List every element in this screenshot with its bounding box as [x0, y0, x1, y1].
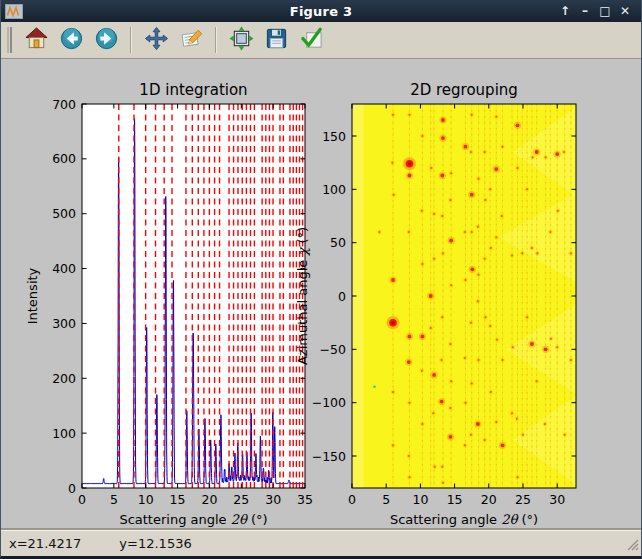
- floppy-icon: [264, 26, 289, 54]
- svg-text:35: 35: [297, 492, 313, 507]
- svg-text:15: 15: [170, 492, 186, 507]
- svg-text:30: 30: [549, 492, 565, 507]
- screen-arrows-icon: [229, 26, 254, 54]
- svg-text:5: 5: [110, 492, 118, 507]
- svg-text:0: 0: [348, 492, 356, 507]
- svg-text:50: 50: [330, 235, 346, 250]
- svg-text:200: 200: [52, 371, 76, 386]
- toolbar-separator: [215, 27, 217, 53]
- statusbar: x=21.4217 y=12.1536: [1, 530, 641, 556]
- shade-button[interactable]: ↑: [557, 3, 573, 19]
- svg-text:300: 300: [52, 316, 76, 331]
- svg-text:400: 400: [52, 261, 76, 276]
- toolbar-separator: [130, 27, 132, 53]
- svg-text:30: 30: [265, 492, 281, 507]
- titlebar[interactable]: Figure 3 ↑–□✕: [1, 0, 641, 22]
- svg-text:10: 10: [138, 492, 154, 507]
- back-icon: [59, 26, 84, 54]
- svg-text:25: 25: [515, 492, 531, 507]
- configure-subplots-button[interactable]: [226, 25, 256, 55]
- svg-text:0: 0: [338, 289, 346, 304]
- back-button[interactable]: [56, 25, 86, 55]
- figure-window: Figure 3 ↑–□✕ 05101520253035010020030040…: [0, 0, 642, 559]
- figure-plots[interactable]: 0510152025303501002003004005006007001D i…: [1, 59, 641, 529]
- window-title: Figure 3: [1, 4, 641, 19]
- svg-text:−50: −50: [320, 342, 346, 357]
- svg-text:Azimuthal angle χ (°): Azimuthal angle χ (°): [295, 227, 310, 365]
- svg-text:150: 150: [322, 129, 346, 144]
- svg-text:Scattering angle 2θ (°): Scattering angle 2θ (°): [119, 512, 267, 527]
- home-icon: [24, 26, 49, 54]
- svg-text:Scattering angle 2θ (°): Scattering angle 2θ (°): [390, 512, 538, 527]
- minimize-button[interactable]: –: [577, 3, 593, 19]
- svg-text:20: 20: [201, 492, 217, 507]
- cursor-x-readout: x=21.4217: [9, 536, 81, 551]
- pan-button[interactable]: [141, 25, 171, 55]
- checkmark-icon: [299, 26, 324, 54]
- matplotlib-wave-icon[interactable]: [4, 3, 24, 20]
- maximize-button[interactable]: □: [597, 3, 613, 19]
- edit-parameters-button[interactable]: [296, 25, 326, 55]
- resize-grip-icon[interactable]: [626, 538, 639, 554]
- note-pencil-icon: [179, 26, 204, 54]
- svg-text:100: 100: [52, 426, 76, 441]
- save-button[interactable]: [261, 25, 291, 55]
- svg-text:25: 25: [233, 492, 249, 507]
- svg-text:500: 500: [52, 206, 76, 221]
- cursor-y-readout: y=12.1536: [119, 536, 191, 551]
- zoom-button[interactable]: [176, 25, 206, 55]
- svg-text:20: 20: [481, 492, 497, 507]
- svg-text:−150: −150: [312, 449, 346, 464]
- window-controls: ↑–□✕: [557, 3, 641, 19]
- toolbar-grip[interactable]: [7, 27, 12, 53]
- pan-arrows-icon: [144, 26, 169, 54]
- svg-text:−100: −100: [312, 395, 346, 410]
- figure-canvas[interactable]: 0510152025303501002003004005006007001D i…: [1, 59, 641, 530]
- forward-button[interactable]: [91, 25, 121, 55]
- svg-text:0: 0: [78, 492, 86, 507]
- svg-text:1D integration: 1D integration: [139, 81, 247, 99]
- svg-text:0: 0: [68, 481, 76, 496]
- svg-text:10: 10: [412, 492, 428, 507]
- svg-text:2D regrouping: 2D regrouping: [410, 81, 518, 99]
- svg-text:15: 15: [447, 492, 463, 507]
- svg-text:700: 700: [52, 97, 76, 112]
- close-button[interactable]: ✕: [617, 3, 633, 19]
- svg-text:100: 100: [322, 182, 346, 197]
- home-button[interactable]: [21, 25, 51, 55]
- svg-text:600: 600: [52, 151, 76, 166]
- plot-toolbar: [1, 22, 641, 59]
- svg-text:5: 5: [382, 492, 390, 507]
- svg-text:Intensity: Intensity: [25, 267, 40, 324]
- forward-icon: [94, 26, 119, 54]
